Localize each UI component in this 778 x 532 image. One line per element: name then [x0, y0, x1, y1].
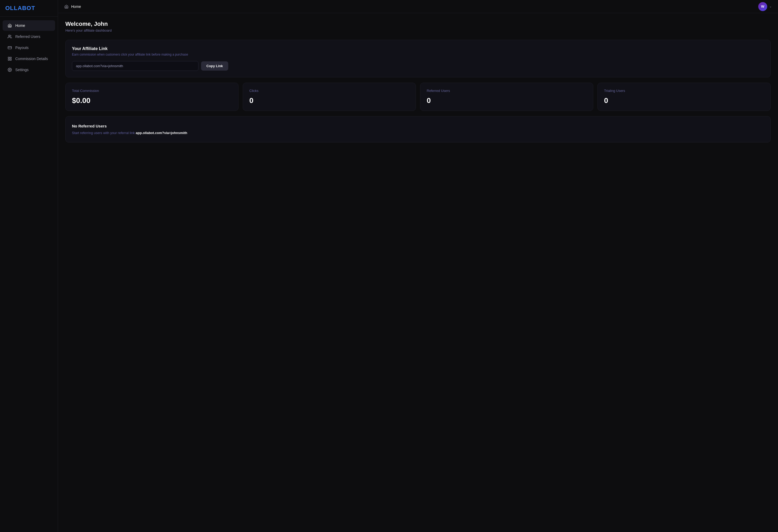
- sidebar-nav: Home Referred Users Payouts: [0, 17, 58, 532]
- welcome-subtitle: Here's your affiliate dashboard: [65, 28, 771, 32]
- stat-clicks-value: 0: [249, 96, 409, 105]
- no-referred-users-title: No Referred Users: [72, 124, 764, 128]
- no-referred-users-text: Start referring users with your referral…: [72, 131, 764, 135]
- chevron-down-icon: ⌄: [769, 5, 772, 8]
- topbar-breadcrumb: Home: [71, 4, 81, 9]
- welcome-title: Welcome, John: [65, 20, 771, 27]
- sidebar-item-settings[interactable]: Settings: [3, 65, 55, 75]
- sidebar-item-referred-users-label: Referred Users: [15, 34, 40, 39]
- stat-total-commission: Total Commission $0.00: [65, 83, 238, 111]
- stat-trialing-users-label: Trialing Users: [604, 89, 764, 93]
- logo-area: OLLABOT: [0, 0, 58, 17]
- svg-rect-4: [10, 57, 11, 59]
- sidebar-item-payouts[interactable]: Payouts: [3, 42, 55, 53]
- svg-point-0: [8, 35, 10, 36]
- app-logo: OLLABOT: [5, 5, 35, 11]
- page-content: Welcome, John Here's your affiliate dash…: [58, 13, 778, 155]
- commission-icon: [7, 56, 12, 61]
- stat-referred-users-value: 0: [427, 96, 587, 105]
- sidebar-item-referred-users[interactable]: Referred Users: [3, 31, 55, 42]
- affiliate-link-row: Copy Link: [72, 61, 764, 71]
- stat-total-commission-value: $0.00: [72, 96, 232, 105]
- topbar-right: W ⌄: [758, 2, 772, 11]
- users-icon: [7, 34, 12, 39]
- sidebar-item-commission-details[interactable]: Commission Details: [3, 54, 55, 64]
- sidebar-item-payouts-label: Payouts: [15, 46, 29, 50]
- user-initial: W: [761, 4, 764, 8]
- sidebar-item-home-label: Home: [15, 23, 25, 28]
- sidebar: OLLABOT Home Referred Users: [0, 0, 58, 532]
- user-avatar[interactable]: W: [758, 2, 767, 11]
- copy-link-button[interactable]: Copy Link: [201, 61, 228, 71]
- svg-rect-3: [8, 57, 9, 59]
- main-area: Home W ⌄ Welcome, John Here's your affil…: [58, 0, 778, 532]
- affiliate-card-title: Your Affiliate Link: [72, 47, 764, 51]
- topbar: Home W ⌄: [58, 0, 778, 13]
- svg-rect-6: [10, 59, 11, 60]
- sidebar-item-commission-details-label: Commission Details: [15, 57, 48, 61]
- affiliate-link-card: Your Affiliate Link Earn commission when…: [65, 40, 771, 77]
- no-referred-users-card: No Referred Users Start referring users …: [65, 116, 771, 143]
- stat-trialing-users: Trialing Users 0: [598, 83, 771, 111]
- svg-rect-5: [8, 59, 9, 60]
- no-referred-link-text: app.ollabot.com?via=johnsmith: [136, 131, 187, 135]
- svg-point-7: [9, 69, 10, 70]
- stat-referred-users: Referred Users 0: [420, 83, 593, 111]
- affiliate-card-subtitle: Earn commission when customers click you…: [72, 53, 764, 56]
- settings-icon: [7, 68, 12, 72]
- sidebar-item-home[interactable]: Home: [3, 20, 55, 31]
- sidebar-item-settings-label: Settings: [15, 68, 29, 72]
- stat-clicks: Clicks 0: [243, 83, 416, 111]
- affiliate-link-input[interactable]: [72, 61, 199, 71]
- stat-trialing-users-value: 0: [604, 96, 764, 105]
- svg-rect-1: [8, 47, 11, 49]
- home-icon: [7, 23, 12, 28]
- topbar-home-icon: [64, 4, 69, 9]
- stat-clicks-label: Clicks: [249, 89, 409, 93]
- stat-total-commission-label: Total Commission: [72, 89, 232, 93]
- stat-referred-users-label: Referred Users: [427, 89, 587, 93]
- payouts-icon: [7, 45, 12, 50]
- no-referred-text-before: Start referring users with your referral…: [72, 131, 135, 135]
- stats-grid: Total Commission $0.00 Clicks 0 Referred…: [65, 83, 771, 111]
